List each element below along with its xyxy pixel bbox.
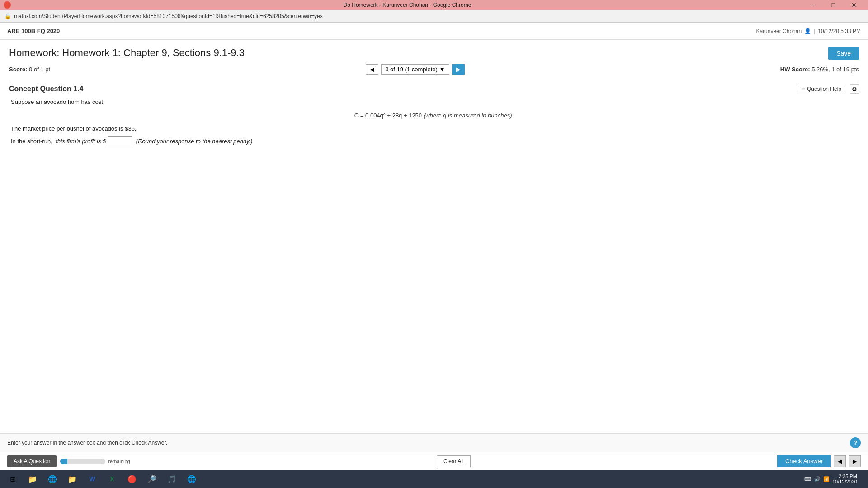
- title-bar: Do Homework - Karunveer Chohan - Google …: [0, 0, 868, 10]
- homework-title: Homework: Homework 1: Chapter 9, Section…: [9, 47, 245, 59]
- browser-taskbar-icon: 🌐: [47, 474, 58, 484]
- answer-input[interactable]: [108, 136, 132, 145]
- equation-note: (where q is measured in bunches).: [424, 112, 514, 119]
- question-help-button[interactable]: ≡ Question Help: [797, 84, 846, 94]
- progress-area: remaining: [60, 459, 130, 464]
- taskbar: ⊞ 📁 🌐 📁 W X 🔴 🔎 🎵 🌐 ⌨ 🔊 📶 2:25 PM 10/12/…: [0, 470, 868, 488]
- taskbar-chrome[interactable]: 🌐: [183, 472, 201, 486]
- taskbar-excel[interactable]: X: [103, 472, 121, 486]
- minimize-button[interactable]: −: [802, 0, 823, 10]
- search-taskbar-icon: 🔎: [146, 474, 157, 484]
- course-bar: ARE 100B FQ 2020 Karunveer Chohan 👤 | 10…: [0, 23, 868, 40]
- explorer-icon: 📁: [67, 474, 78, 484]
- score-value: 0 of 1 pt: [29, 66, 50, 73]
- system-tray: ⌨ 🔊 📶 2:25 PM 10/12/2020: [804, 474, 864, 484]
- hw-score-label: HW Score:: [780, 66, 810, 73]
- main-content: Homework: Homework 1: Chapter 9, Section…: [0, 40, 868, 153]
- network-icon: 📶: [823, 476, 830, 482]
- score-display: Score: 0 of 1 pt: [9, 66, 50, 73]
- progress-bar-fill: [60, 459, 67, 464]
- prev-nav-button[interactable]: ◀: [834, 455, 846, 467]
- volume-icon: 🔊: [814, 476, 821, 482]
- progress-label: remaining: [108, 459, 130, 464]
- next-nav-button[interactable]: ▶: [849, 455, 861, 467]
- instruction-bar: Enter your answer in the answer box and …: [0, 433, 868, 452]
- score-row: Score: 0 of 1 pt ◀ 3 of 19 (1 complete) …: [9, 64, 859, 75]
- taskbar-file-manager[interactable]: 📁: [24, 472, 42, 486]
- taskbar-spotify[interactable]: 🎵: [163, 472, 181, 486]
- next-question-button[interactable]: ▶: [452, 64, 465, 75]
- windows-icon: ⊞: [7, 474, 18, 484]
- user-name: Karunveer Chohan: [756, 28, 802, 34]
- check-answer-button[interactable]: Check Answer: [777, 455, 831, 467]
- url-text[interactable]: mathxl.com/Student/PlayerHomework.aspx?h…: [14, 13, 323, 19]
- progress-bar-container: [60, 459, 105, 464]
- taskbar-browser[interactable]: 🌐: [43, 472, 61, 486]
- ask-question-button[interactable]: Ask A Question: [7, 455, 57, 467]
- settings-icon[interactable]: ⚙: [850, 84, 859, 94]
- profit-question: In the short-run, this firm's profit is …: [11, 136, 857, 145]
- time-display: 2:25 PM: [832, 474, 857, 479]
- excel-icon: X: [107, 474, 118, 484]
- question-header-row: Concept Question 1.4 ≡ Question Help ⚙: [9, 84, 859, 94]
- list-icon: ≡: [802, 86, 805, 92]
- taskbar-time: 2:25 PM 10/12/2020: [832, 474, 861, 484]
- taskbar-word[interactable]: W: [83, 472, 101, 486]
- prev-question-button[interactable]: ◀: [366, 64, 378, 75]
- save-button[interactable]: Save: [828, 47, 859, 60]
- problem-intro: Suppose an avocado farm has cost:: [11, 99, 857, 105]
- divider: [9, 80, 859, 80]
- date-display: 10/12/2020: [832, 479, 857, 484]
- help-circle-button[interactable]: ?: [850, 437, 861, 448]
- clear-all-button[interactable]: Clear All: [437, 455, 471, 467]
- question-help-label: Question Help: [807, 86, 841, 92]
- separator: |: [814, 28, 815, 34]
- file-manager-icon: 📁: [27, 474, 38, 484]
- chrome-icon: 🌐: [186, 474, 197, 484]
- ask-question-area: Ask A Question remaining: [7, 455, 130, 467]
- instruction-text: Enter your answer in the answer box and …: [7, 440, 167, 446]
- spotify-icon: 🎵: [166, 474, 177, 484]
- market-price: The market price per bushel of avocados …: [11, 125, 857, 132]
- problem-area: Suppose an avocado farm has cost: C = 0.…: [9, 99, 859, 145]
- taskbar-search[interactable]: 🔎: [143, 472, 161, 486]
- cost-equation: C = 0.004q3 + 28q + 1250 (where q is mea…: [11, 112, 857, 119]
- question-help-area: ≡ Question Help ⚙: [797, 84, 859, 94]
- keyboard-icon: ⌨: [804, 476, 811, 482]
- right-action-area: Check Answer ◀ ▶: [777, 455, 861, 467]
- close-button[interactable]: ✕: [844, 0, 864, 10]
- question-title: Concept Question 1.4: [9, 85, 83, 93]
- equation-text: C = 0.004q3 + 28q + 1250 (where q is mea…: [354, 112, 514, 119]
- course-name: ARE 100B FQ 2020: [7, 28, 60, 34]
- user-icon: 👤: [804, 28, 811, 34]
- question-selector[interactable]: 3 of 19 (1 complete) ▼: [381, 64, 449, 75]
- window-controls: − □ ✕: [802, 0, 864, 10]
- datetime: 10/12/20 5:33 PM: [818, 28, 861, 34]
- lock-icon: 🔒: [5, 13, 11, 19]
- start-button[interactable]: ⊞: [4, 472, 22, 486]
- question-navigation: ◀ 3 of 19 (1 complete) ▼ ▶: [366, 64, 465, 75]
- window-title: Do Homework - Karunveer Chohan - Google …: [13, 2, 802, 8]
- hw-score-value: 5.26%, 1 of 19 pts: [811, 66, 859, 73]
- profit-prompt-before: In the short-run,: [11, 138, 54, 145]
- acrobat-icon: 🔴: [127, 474, 137, 484]
- question-position-text: 3 of 19 (1 complete): [385, 66, 438, 73]
- browser-icon: [4, 1, 11, 9]
- profit-prompt-after: (Round your response to the nearest penn…: [134, 138, 252, 145]
- hw-score-display: HW Score: 5.26%, 1 of 19 pts: [780, 66, 859, 73]
- taskbar-acrobat[interactable]: 🔴: [123, 472, 141, 486]
- action-bar: Ask A Question remaining Clear All Check…: [0, 452, 868, 470]
- restore-button[interactable]: □: [823, 0, 844, 10]
- dropdown-arrow-icon: ▼: [439, 66, 445, 73]
- profit-prompt-italic: this firm's profit is $: [56, 138, 106, 145]
- word-icon: W: [87, 474, 98, 484]
- hw-title-row: Homework: Homework 1: Chapter 9, Section…: [9, 47, 859, 60]
- taskbar-explorer[interactable]: 📁: [63, 472, 81, 486]
- address-bar: 🔒 mathxl.com/Student/PlayerHomework.aspx…: [0, 10, 868, 23]
- score-label: Score:: [9, 66, 27, 73]
